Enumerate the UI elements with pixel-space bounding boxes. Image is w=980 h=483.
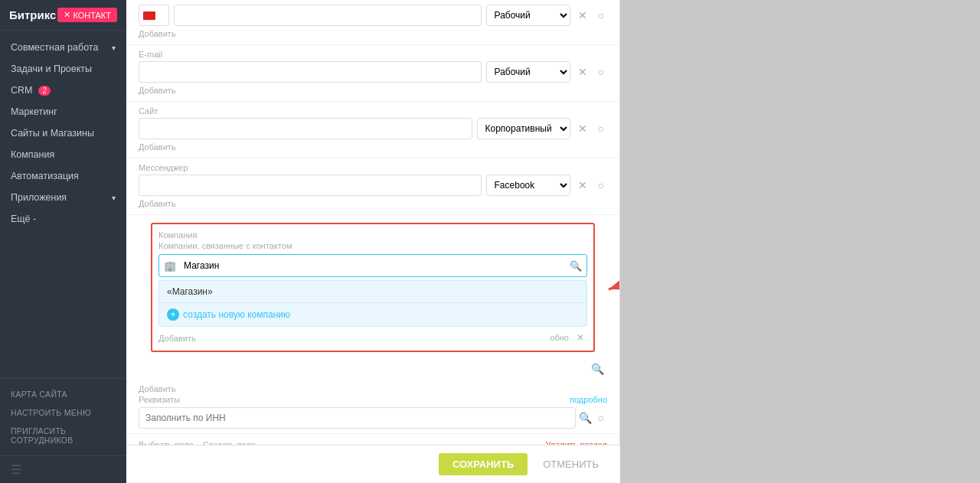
sidebar-footer: ☰ (0, 455, 126, 483)
messenger-row: Facebook Telegram WhatsApp Skype ✕ ○ (139, 175, 607, 196)
sidebar-item-company[interactable]: Компания (0, 144, 126, 165)
inn-input[interactable] (139, 407, 576, 429)
company-create-item[interactable]: + создать новую компанию (159, 303, 586, 326)
chevron-icon: ▾ (112, 194, 116, 202)
form-area: Рабочий Мобильный Домашний ✕ ○ Добавить … (126, 0, 620, 445)
add-email-link[interactable]: Добавить (139, 83, 607, 96)
sidebar-item-label: Приложения (11, 192, 67, 203)
requisites-detail-link[interactable]: подробно (570, 395, 607, 404)
company-close-btn[interactable]: ✕ (573, 331, 587, 344)
contact-btn-label: КОНТАКТ (73, 11, 111, 20)
add-requisites-link[interactable]: Добавить (139, 381, 607, 395)
sidebar-item-label: Автоматизация (11, 171, 79, 181)
sidebar-item-apps[interactable]: Приложения ▾ (0, 187, 126, 208)
requisites-section: Добавить Реквизиты подробно 🔍 ○ (126, 377, 619, 434)
sidebar-item-label: CRM (11, 85, 32, 96)
sidebar-item-marketing[interactable]: Маркетинг (0, 101, 126, 122)
site-row: Корпоративный Личный ✕ ○ (139, 118, 607, 139)
add-messenger-link[interactable]: Добавить (139, 196, 607, 210)
messenger-input[interactable] (139, 175, 482, 196)
sidebar-item-label: Компания (11, 149, 54, 160)
sidebar-nav: Совместная работа ▾ Задачи и Проекты CRM… (0, 31, 126, 378)
right-panel (620, 0, 980, 483)
sidebar-item-tasks[interactable]: Задачи и Проекты (0, 58, 126, 80)
company-section: Компания Компании, связанные с контактом… (151, 223, 595, 352)
email-type-select[interactable]: Рабочий Личный (486, 61, 570, 83)
sidebar-item-label: Задачи и Проекты (11, 64, 92, 74)
sidebar-item-automation[interactable]: Автоматизация (0, 165, 126, 187)
email-delete-btn[interactable]: ○ (595, 64, 607, 80)
requisites-header: Реквизиты подробно (139, 395, 607, 404)
email-field-group: E-mail Рабочий Личный ✕ ○ Добавить (126, 45, 619, 102)
phone-delete-btn[interactable]: ○ (595, 8, 607, 23)
add-phone-link[interactable]: Добавить (139, 26, 607, 40)
save-button[interactable]: СОХРАНИТЬ (439, 453, 528, 475)
phone-field-group: Рабочий Мобильный Домашний ✕ ○ Добавить (126, 0, 619, 45)
requisites-input-row: 🔍 ○ (139, 407, 607, 429)
sidebar-item-label: Ещё - (11, 214, 36, 224)
sidebar-item-more[interactable]: Ещё - (0, 208, 126, 230)
phone-flag (139, 5, 169, 26)
sidebar: Битрикс ✕ КОНТАКТ Совместная работа ▾ За… (0, 0, 126, 483)
phone-row: Рабочий Мобильный Домашний ✕ ○ (139, 5, 607, 26)
site-clear-btn[interactable]: ✕ (575, 121, 590, 136)
messenger-type-select[interactable]: Facebook Telegram WhatsApp Skype (486, 175, 570, 196)
contact-button[interactable]: ✕ КОНТАКТ (57, 8, 117, 22)
messenger-field-group: Мессенджер Facebook Telegram WhatsApp Sk… (126, 158, 619, 215)
messenger-label: Мессенджер (139, 163, 607, 172)
site-field-group: Сайт Корпоративный Личный ✕ ○ Добавить (126, 102, 619, 158)
site-type-select[interactable]: Корпоративный Личный (477, 118, 570, 139)
site-delete-btn[interactable]: ○ (595, 121, 607, 136)
sidebar-bottom-sitemap[interactable]: КАРТА САЙТА (0, 385, 126, 403)
email-input[interactable] (139, 61, 482, 83)
add-company-link[interactable]: Добавить (158, 331, 196, 344)
content-wrapper: Рабочий Мобильный Домашний ✕ ○ Добавить … (126, 0, 980, 483)
company-section-label: Компания (158, 230, 587, 240)
company-search-input[interactable] (181, 255, 565, 276)
add-site-link[interactable]: Добавить (139, 139, 607, 153)
sidebar-header: Битрикс ✕ КОНТАКТ (0, 0, 126, 31)
close-icon: ✕ (64, 10, 70, 20)
company-dropdown: «Магазин» + создать новую компанию (158, 280, 587, 327)
company-dropdown-item[interactable]: «Магазин» (159, 281, 586, 303)
sidebar-item-label: Маркетинг (11, 106, 57, 117)
company-create-label: создать новую компанию (183, 309, 290, 320)
messenger-delete-btn[interactable]: ○ (595, 178, 607, 193)
sidebar-item-collaboration[interactable]: Совместная работа ▾ (0, 37, 126, 58)
russia-flag-icon (143, 11, 155, 20)
sidebar-logo: Битрикс (9, 8, 56, 21)
phone-clear-btn[interactable]: ✕ (575, 8, 590, 23)
sidebar-bottom: КАРТА САЙТА НАСТРОИТЬ МЕНЮ ПРИГЛАСИТЬ СО… (0, 378, 126, 455)
plus-icon: + (167, 308, 179, 321)
sidebar-footer-icon: ☰ (11, 463, 21, 476)
search-row: 🔍 (126, 360, 619, 377)
requisites-search-icon: 🔍 (579, 412, 592, 424)
search-icon: 🔍 (565, 260, 586, 272)
sidebar-bottom-invite[interactable]: ПРИГЛАСИТЬ СОТРУДНИКОВ (0, 422, 126, 449)
site-input[interactable] (139, 118, 472, 139)
company-sublabel: Компании, связанные с контактом (158, 241, 587, 250)
email-row: Рабочий Личный ✕ ○ (139, 61, 607, 83)
obno-label: обно (550, 333, 569, 342)
company-search-wrapper: 🏢 🔍 (158, 254, 587, 277)
site-label: Сайт (139, 106, 607, 116)
sidebar-item-sites[interactable]: Сайты и Магазины (0, 122, 126, 144)
crm-badge: 2 (38, 86, 51, 96)
requisites-delete-btn[interactable]: ○ (595, 410, 607, 426)
messenger-clear-btn[interactable]: ✕ (575, 178, 590, 193)
sidebar-item-label: Сайты и Магазины (11, 128, 94, 139)
company-wrapper: Компания Компании, связанные с контактом… (126, 215, 619, 360)
sidebar-bottom-configure[interactable]: НАСТРОИТЬ МЕНЮ (0, 403, 126, 422)
cancel-button[interactable]: ОТМЕНИТЬ (534, 453, 608, 475)
sidebar-item-label: Совместная работа (11, 42, 98, 53)
building-icon: 🏢 (159, 260, 181, 272)
fields-chooser: Выбрать поле Создать поле Удалить раздел (126, 434, 619, 445)
phone-input[interactable] (174, 5, 482, 26)
email-label: E-mail (139, 50, 607, 59)
main-content: Рабочий Мобильный Домашний ✕ ○ Добавить … (126, 0, 980, 483)
sidebar-item-crm[interactable]: CRM 2 (0, 80, 126, 101)
svg-line-1 (609, 259, 620, 289)
email-clear-btn[interactable]: ✕ (575, 64, 590, 80)
phone-type-select[interactable]: Рабочий Мобильный Домашний (486, 5, 570, 26)
red-arrow-indicator (601, 255, 620, 301)
